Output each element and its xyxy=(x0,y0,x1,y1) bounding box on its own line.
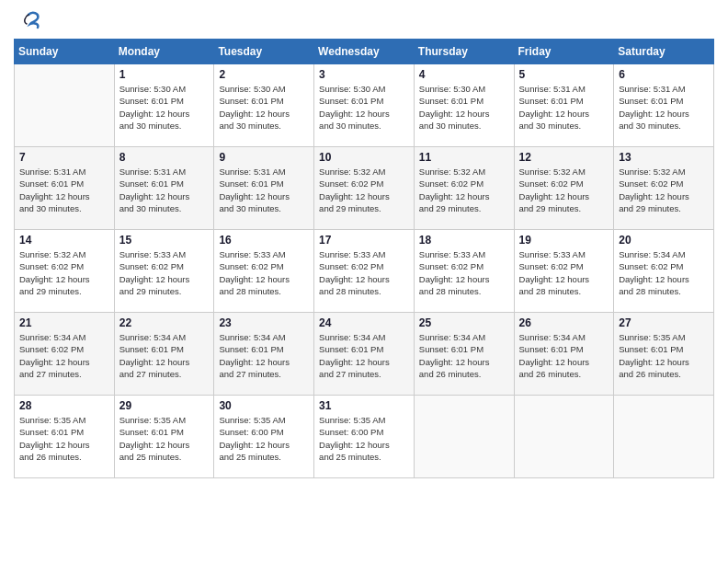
day-info: Sunrise: 5:30 AM Sunset: 6:01 PM Dayligh… xyxy=(119,83,210,132)
calendar-cell: 17Sunrise: 5:33 AM Sunset: 6:02 PM Dayli… xyxy=(314,230,415,313)
day-header-tuesday: Tuesday xyxy=(214,40,314,64)
day-header-thursday: Thursday xyxy=(414,40,514,64)
day-number: 21 xyxy=(19,316,109,329)
calendar-table: SundayMondayTuesdayWednesdayThursdayFrid… xyxy=(14,39,714,478)
calendar-cell: 16Sunrise: 5:33 AM Sunset: 6:02 PM Dayli… xyxy=(214,230,314,313)
day-info: Sunrise: 5:35 AM Sunset: 6:01 PM Dayligh… xyxy=(119,414,210,463)
calendar-cell: 18Sunrise: 5:33 AM Sunset: 6:02 PM Dayli… xyxy=(414,230,514,313)
calendar-cell: 24Sunrise: 5:34 AM Sunset: 6:01 PM Dayli… xyxy=(314,313,415,396)
day-header-sunday: Sunday xyxy=(15,40,115,64)
calendar-cell: 19Sunrise: 5:33 AM Sunset: 6:02 PM Dayli… xyxy=(514,230,614,313)
day-number: 1 xyxy=(119,68,210,81)
day-info: Sunrise: 5:34 AM Sunset: 6:01 PM Dayligh… xyxy=(419,331,509,380)
day-info: Sunrise: 5:31 AM Sunset: 6:01 PM Dayligh… xyxy=(619,83,709,132)
day-number: 6 xyxy=(619,68,709,81)
day-info: Sunrise: 5:34 AM Sunset: 6:01 PM Dayligh… xyxy=(119,331,210,380)
day-number: 14 xyxy=(19,234,109,247)
day-number: 7 xyxy=(19,151,109,164)
calendar-header: SundayMondayTuesdayWednesdayThursdayFrid… xyxy=(15,40,714,64)
logo-bird-icon xyxy=(16,9,41,35)
day-number: 9 xyxy=(219,151,309,164)
day-info: Sunrise: 5:35 AM Sunset: 6:00 PM Dayligh… xyxy=(319,414,409,463)
day-info: Sunrise: 5:34 AM Sunset: 6:01 PM Dayligh… xyxy=(319,331,409,380)
calendar-cell: 29Sunrise: 5:35 AM Sunset: 6:01 PM Dayli… xyxy=(114,396,214,478)
day-number: 15 xyxy=(119,234,210,247)
day-info: Sunrise: 5:31 AM Sunset: 6:01 PM Dayligh… xyxy=(519,83,609,132)
day-number: 29 xyxy=(119,399,210,412)
calendar-cell: 5Sunrise: 5:31 AM Sunset: 6:01 PM Daylig… xyxy=(514,64,614,147)
calendar-cell: 8Sunrise: 5:31 AM Sunset: 6:01 PM Daylig… xyxy=(114,147,214,230)
day-number: 3 xyxy=(319,68,409,81)
calendar-cell: 12Sunrise: 5:32 AM Sunset: 6:02 PM Dayli… xyxy=(514,147,614,230)
day-info: Sunrise: 5:33 AM Sunset: 6:02 PM Dayligh… xyxy=(119,248,210,297)
day-info: Sunrise: 5:34 AM Sunset: 6:02 PM Dayligh… xyxy=(19,331,109,380)
day-info: Sunrise: 5:32 AM Sunset: 6:02 PM Dayligh… xyxy=(319,166,409,214)
calendar-cell: 10Sunrise: 5:32 AM Sunset: 6:02 PM Dayli… xyxy=(314,147,415,230)
day-number: 25 xyxy=(419,316,509,329)
calendar-cell: 22Sunrise: 5:34 AM Sunset: 6:01 PM Dayli… xyxy=(114,313,214,396)
day-header-wednesday: Wednesday xyxy=(314,40,415,64)
day-number: 24 xyxy=(319,316,409,329)
day-info: Sunrise: 5:32 AM Sunset: 6:02 PM Dayligh… xyxy=(419,166,509,214)
calendar-cell xyxy=(15,64,115,147)
calendar-cell: 3Sunrise: 5:30 AM Sunset: 6:01 PM Daylig… xyxy=(314,64,415,147)
day-number: 5 xyxy=(519,68,609,81)
calendar-cell: 11Sunrise: 5:32 AM Sunset: 6:02 PM Dayli… xyxy=(414,147,514,230)
calendar-cell xyxy=(614,396,714,478)
day-number: 20 xyxy=(619,234,709,247)
calendar-cell: 26Sunrise: 5:34 AM Sunset: 6:01 PM Dayli… xyxy=(514,313,614,396)
day-number: 12 xyxy=(519,151,609,164)
calendar-cell: 23Sunrise: 5:34 AM Sunset: 6:01 PM Dayli… xyxy=(214,313,314,396)
calendar-cell: 13Sunrise: 5:32 AM Sunset: 6:02 PM Dayli… xyxy=(614,147,714,230)
day-info: Sunrise: 5:33 AM Sunset: 6:02 PM Dayligh… xyxy=(319,248,409,297)
calendar-cell: 30Sunrise: 5:35 AM Sunset: 6:00 PM Dayli… xyxy=(214,396,314,478)
day-header-saturday: Saturday xyxy=(614,40,714,64)
calendar-cell: 9Sunrise: 5:31 AM Sunset: 6:01 PM Daylig… xyxy=(214,147,314,230)
day-info: Sunrise: 5:33 AM Sunset: 6:02 PM Dayligh… xyxy=(219,248,309,297)
day-number: 22 xyxy=(119,316,210,329)
calendar-body: 1Sunrise: 5:30 AM Sunset: 6:01 PM Daylig… xyxy=(15,64,714,478)
day-info: Sunrise: 5:34 AM Sunset: 6:01 PM Dayligh… xyxy=(519,331,609,380)
day-number: 31 xyxy=(319,399,409,412)
calendar-cell: 7Sunrise: 5:31 AM Sunset: 6:01 PM Daylig… xyxy=(15,147,115,230)
day-info: Sunrise: 5:33 AM Sunset: 6:02 PM Dayligh… xyxy=(419,248,509,297)
day-info: Sunrise: 5:30 AM Sunset: 6:01 PM Dayligh… xyxy=(419,83,509,132)
calendar-cell: 15Sunrise: 5:33 AM Sunset: 6:02 PM Dayli… xyxy=(114,230,214,313)
day-number: 16 xyxy=(219,234,309,247)
day-number: 4 xyxy=(419,68,509,81)
day-info: Sunrise: 5:35 AM Sunset: 6:01 PM Dayligh… xyxy=(619,331,709,380)
day-info: Sunrise: 5:35 AM Sunset: 6:00 PM Dayligh… xyxy=(219,414,309,463)
calendar-cell: 6Sunrise: 5:31 AM Sunset: 6:01 PM Daylig… xyxy=(614,64,714,147)
day-info: Sunrise: 5:32 AM Sunset: 6:02 PM Dayligh… xyxy=(619,166,709,214)
calendar-cell xyxy=(414,396,514,478)
day-header-monday: Monday xyxy=(114,40,214,64)
day-number: 28 xyxy=(19,399,109,412)
logo xyxy=(14,9,41,31)
day-number: 27 xyxy=(619,316,709,329)
day-info: Sunrise: 5:34 AM Sunset: 6:02 PM Dayligh… xyxy=(619,248,709,297)
day-info: Sunrise: 5:31 AM Sunset: 6:01 PM Dayligh… xyxy=(119,166,210,214)
calendar-cell: 4Sunrise: 5:30 AM Sunset: 6:01 PM Daylig… xyxy=(414,64,514,147)
calendar-cell xyxy=(514,396,614,478)
day-number: 8 xyxy=(119,151,210,164)
day-number: 11 xyxy=(419,151,509,164)
day-info: Sunrise: 5:34 AM Sunset: 6:01 PM Dayligh… xyxy=(219,331,309,380)
day-number: 19 xyxy=(519,234,609,247)
day-number: 30 xyxy=(219,399,309,412)
day-info: Sunrise: 5:32 AM Sunset: 6:02 PM Dayligh… xyxy=(19,248,109,297)
day-number: 13 xyxy=(619,151,709,164)
day-info: Sunrise: 5:31 AM Sunset: 6:01 PM Dayligh… xyxy=(219,166,309,214)
calendar-cell: 21Sunrise: 5:34 AM Sunset: 6:02 PM Dayli… xyxy=(15,313,115,396)
calendar-cell: 27Sunrise: 5:35 AM Sunset: 6:01 PM Dayli… xyxy=(614,313,714,396)
day-number: 10 xyxy=(319,151,409,164)
day-info: Sunrise: 5:32 AM Sunset: 6:02 PM Dayligh… xyxy=(519,166,609,214)
calendar-cell: 28Sunrise: 5:35 AM Sunset: 6:01 PM Dayli… xyxy=(15,396,115,478)
day-number: 18 xyxy=(419,234,509,247)
day-number: 2 xyxy=(219,68,309,81)
day-info: Sunrise: 5:30 AM Sunset: 6:01 PM Dayligh… xyxy=(219,83,309,132)
day-header-friday: Friday xyxy=(514,40,614,64)
day-number: 23 xyxy=(219,316,309,329)
page-header xyxy=(14,9,714,31)
day-number: 26 xyxy=(519,316,609,329)
day-info: Sunrise: 5:33 AM Sunset: 6:02 PM Dayligh… xyxy=(519,248,609,297)
